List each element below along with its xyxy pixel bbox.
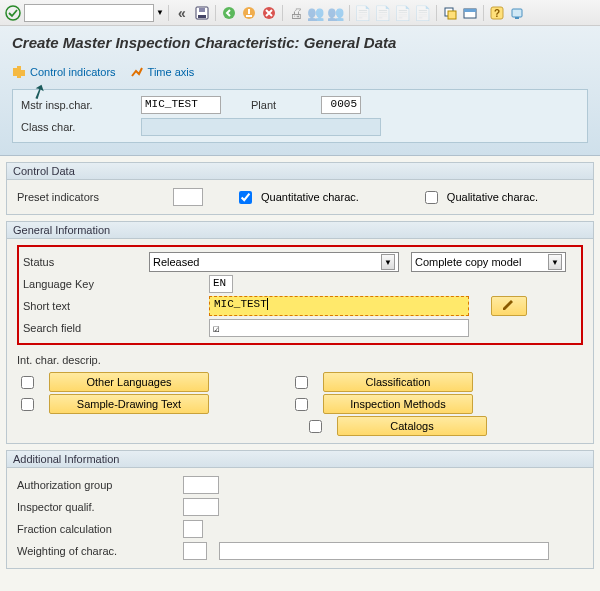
search-field-label: Search field <box>23 322 203 334</box>
qualitative-checkbox[interactable] <box>425 191 438 204</box>
section-general: General Information Status Released ▼ Co… <box>6 221 594 444</box>
short-text-input[interactable]: MIC_TEST <box>209 296 469 316</box>
other-languages-checkbox[interactable] <box>21 376 34 389</box>
copy-model-dropdown[interactable]: Complete copy model ▼ <box>411 252 566 272</box>
subtabs: Control indicators ➚ Time axis <box>12 65 588 79</box>
prev-page-icon: 📄 <box>374 4 392 22</box>
tab-control-indicators[interactable]: Control indicators ➚ <box>12 65 116 79</box>
weighting-desc-input[interactable] <box>219 542 549 560</box>
preset-input[interactable] <box>173 188 203 206</box>
section-control-data-title: Control Data <box>7 163 593 180</box>
sample-drawing-button[interactable]: Sample-Drawing Text <box>49 394 209 414</box>
svg-rect-14 <box>515 17 519 19</box>
lang-label: Language Key <box>23 278 203 290</box>
settings-icon[interactable] <box>508 4 526 22</box>
svg-rect-10 <box>464 9 476 12</box>
plant-label: Plant <box>251 99 321 111</box>
help-icon[interactable]: ? <box>488 4 506 22</box>
fraction-calc-input[interactable] <box>183 520 203 538</box>
inspection-methods-button[interactable]: Inspection Methods <box>323 394 473 414</box>
qualitative-label: Qualitative charac. <box>447 191 538 203</box>
preset-label: Preset indicators <box>17 191 167 203</box>
first-page-icon: 📄 <box>354 4 372 22</box>
ok-icon[interactable] <box>4 4 22 22</box>
auth-group-label: Authorization group <box>17 479 177 491</box>
time-axis-icon <box>130 65 144 79</box>
section-additional: Additional Information Authorization gro… <box>6 450 594 569</box>
cancel-icon[interactable] <box>260 4 278 22</box>
auth-group-input[interactable] <box>183 476 219 494</box>
inspector-qualif-label: Inspector qualif. <box>17 501 177 513</box>
svg-rect-16 <box>17 66 21 78</box>
status-label: Status <box>23 256 143 268</box>
command-dropdown[interactable] <box>24 4 154 22</box>
status-value: Released <box>153 256 199 268</box>
pencil-icon <box>502 300 516 312</box>
other-languages-button[interactable]: Other Languages <box>49 372 209 392</box>
find-next-icon: 👥 <box>327 4 345 22</box>
chevrons-left-icon[interactable]: « <box>173 4 191 22</box>
svg-rect-2 <box>198 15 206 18</box>
tab-time-axis-label: Time axis <box>148 66 195 78</box>
next-page-icon: 📄 <box>394 4 412 22</box>
inspector-qualif-input[interactable] <box>183 498 219 516</box>
key-block: Mstr insp.char. MIC_TEST Plant 0005 Clas… <box>12 89 588 143</box>
section-general-title: General Information <box>7 222 593 239</box>
mic-value: MIC_TEST <box>141 96 221 114</box>
plant-value: 0005 <box>321 96 361 114</box>
svg-point-0 <box>6 6 20 20</box>
header: Create Master Inspection Characteristic:… <box>0 26 600 156</box>
svg-rect-17 <box>21 70 25 76</box>
classification-button[interactable]: Classification <box>323 372 473 392</box>
classification-checkbox[interactable] <box>295 376 308 389</box>
weighting-label: Weighting of charac. <box>17 545 177 557</box>
catalogs-checkbox[interactable] <box>309 420 322 433</box>
find-icon: 👥 <box>307 4 325 22</box>
search-field-input[interactable] <box>209 319 469 337</box>
toolbar: ▼ « 🖨 👥 👥 📄 📄 📄 📄 ? <box>0 0 600 26</box>
print-icon: 🖨 <box>287 4 305 22</box>
section-control-data: Control Data Preset indicators Quantitat… <box>6 162 594 215</box>
svg-rect-3 <box>199 8 205 12</box>
highlighted-region: Status Released ▼ Complete copy model ▼ … <box>17 245 583 345</box>
svg-rect-8 <box>448 11 456 19</box>
control-indicators-icon <box>12 65 26 79</box>
short-text-value: MIC_TEST <box>214 298 267 310</box>
save-icon[interactable] <box>193 4 211 22</box>
page-title: Create Master Inspection Characteristic:… <box>12 34 588 51</box>
exit-icon[interactable] <box>240 4 258 22</box>
tab-time-axis[interactable]: Time axis <box>130 65 195 79</box>
sample-drawing-checkbox[interactable] <box>21 398 34 411</box>
section-additional-title: Additional Information <box>7 451 593 468</box>
svg-text:?: ? <box>494 8 500 19</box>
chevron-down-icon: ▼ <box>548 254 562 270</box>
chevron-down-icon: ▼ <box>381 254 395 270</box>
back-icon[interactable] <box>220 4 238 22</box>
svg-rect-13 <box>512 9 522 17</box>
inspection-methods-checkbox[interactable] <box>295 398 308 411</box>
lang-value: EN <box>209 275 233 293</box>
quantitative-checkbox[interactable] <box>239 191 252 204</box>
intchar-label: Int. char. descrip. <box>17 354 141 366</box>
class-char-label: Class char. <box>21 121 141 133</box>
quantitative-label: Quantitative charac. <box>261 191 359 203</box>
short-text-label: Short text <box>23 300 203 312</box>
svg-point-4 <box>223 7 235 19</box>
status-dropdown[interactable]: Released ▼ <box>149 252 399 272</box>
shortcut-icon[interactable] <box>461 4 479 22</box>
class-char-value <box>141 118 381 136</box>
copy-model-value: Complete copy model <box>415 256 521 268</box>
catalogs-button[interactable]: Catalogs <box>337 416 487 436</box>
weighting-input[interactable] <box>183 542 207 560</box>
svg-rect-15 <box>13 68 17 76</box>
fraction-calc-label: Fraction calculation <box>17 523 177 535</box>
long-text-button[interactable] <box>491 296 527 316</box>
tab-control-indicators-label: Control indicators <box>30 66 116 78</box>
last-page-icon: 📄 <box>414 4 432 22</box>
new-session-icon[interactable] <box>441 4 459 22</box>
